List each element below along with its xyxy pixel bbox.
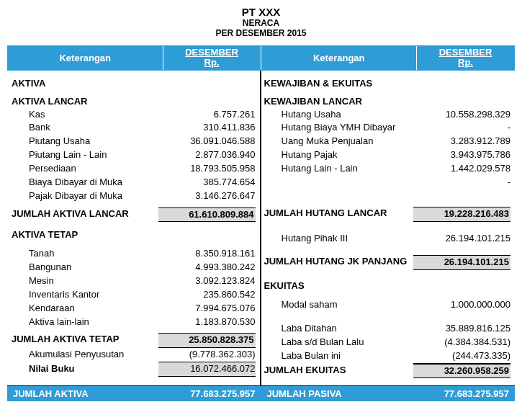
total-hutang-lancar: JUMLAH HUTANG LANCAR 19.228.216.483 (264, 207, 511, 222)
row-inventaris: Inventaris Kantor235.860.542 (12, 288, 256, 302)
header-keterangan-right: Keterangan (262, 46, 418, 70)
header-keterangan-left: Keterangan (8, 46, 163, 70)
report-period: PER DESEMBER 2015 (7, 28, 515, 38)
grand-pasiva: JUMLAH PASIVA 77.683.275.957 (261, 386, 516, 401)
header-period-label: DESEMBER (185, 48, 238, 58)
header-period-label-r: DESEMBER (439, 48, 492, 58)
header-period-right: DESEMBER Rp. (417, 46, 514, 70)
row-kas: Kas6.757.261 (12, 108, 256, 122)
row-persediaan: Persediaan18.793.505.958 (12, 162, 256, 176)
row-hutang-biaya: Hutang Biaya YMH Dibayar- (264, 121, 511, 135)
row-hutang-pihak3: Hutang Pihak III26.194.101.215 (264, 232, 511, 246)
total-ekuitas: JUMLAH EKUITAS 32.260.958.259 (264, 364, 511, 379)
row-hutang-pajak: Hutang Pajak3.943.975.786 (264, 148, 511, 162)
row-nilai-buku: Nilai Buku16.072.466.072 (12, 362, 256, 377)
row-piutang-lain: Piutang Lain - Lain2.877.036.940 (12, 148, 256, 162)
row-piutang-usaha: Piutang Usaha36.091.046.588 (12, 135, 256, 148)
row-blank-dash: - (264, 176, 511, 189)
company-name: PT XXX (7, 6, 515, 18)
title-block: PT XXX NERACA PER DESEMBER 2015 (7, 6, 515, 38)
section-aktiva: AKTIVA (12, 78, 256, 89)
row-tanah: Tanah8.350.918.161 (12, 247, 256, 261)
left-header: Keterangan DESEMBER Rp. (7, 45, 261, 71)
right-body: KEWAJIBAN & EKUITAS KEWAJIBAN LANCAR Hut… (261, 71, 516, 386)
left-column: Keterangan DESEMBER Rp. AKTIVA AKTIVA LA… (7, 45, 261, 385)
header-currency-label: Rp. (204, 58, 220, 68)
row-akumulasi: Akumulasi Penyusutan(9.778.362.303) (12, 348, 256, 362)
report-name: NERACA (7, 18, 515, 28)
heading-aktiva-lancar: AKTIVA LANCAR (12, 96, 256, 107)
row-mesin: Mesin3.092.123.824 (12, 274, 256, 288)
row-laba-ditahan: Laba Ditahan35.889.816.125 (264, 322, 511, 336)
total-hutang-panjang: JUMLAH HUTANG JK PANJANG 26.194.101.215 (264, 255, 511, 270)
header-currency-label-r: Rp. (458, 58, 473, 68)
heading-aktiva-tetap: AKTIVA TETAP (12, 229, 256, 240)
row-uang-muka: Uang Muka Penjualan3.283.912.789 (264, 135, 511, 148)
left-body: AKTIVA AKTIVA LANCAR Kas6.757.261 Bank31… (7, 71, 261, 386)
heading-ekuitas: EKUITAS (264, 280, 511, 291)
row-pajak-dibayar: Pajak Dibayar di Muka3.146.276.647 (12, 189, 256, 203)
row-kendaraan: Kendaraan7.994.675.076 (12, 302, 256, 316)
row-modal-saham: Modal saham1.000.000.000 (264, 298, 511, 312)
grand-aktiva: JUMLAH AKTIVA 77.683.275.957 (7, 386, 261, 401)
balance-sheet: PT XXX NERACA PER DESEMBER 2015 Keterang… (0, 0, 522, 401)
grand-total-row: JUMLAH AKTIVA 77.683.275.957 JUMLAH PASI… (7, 386, 515, 401)
total-aktiva-lancar: JUMLAH AKTIVA LANCAR 61.610.809.884 (12, 207, 256, 223)
row-bangunan: Bangunan4.993.380.242 (12, 261, 256, 274)
row-hutang-lain: Hutang Lain - Lain1.442.029.578 (264, 162, 511, 176)
row-aktiva-lain: Aktiva lain-lain1.183.870.530 (12, 316, 256, 329)
row-laba-ini: Laba Bulan ini(244.473.335) (264, 349, 511, 364)
columns: Keterangan DESEMBER Rp. AKTIVA AKTIVA LA… (7, 45, 515, 386)
row-laba-lalu: Laba s/d Bulan Lalu(4.384.384.531) (264, 336, 511, 349)
right-column: Keterangan DESEMBER Rp. KEWAJIBAN & EKUI… (261, 45, 516, 385)
row-bank: Bank310.411.836 (12, 121, 256, 135)
total-aktiva-tetap: JUMLAH AKTIVA TETAP 25.850.828.375 (12, 333, 256, 348)
right-header: Keterangan DESEMBER Rp. (261, 45, 516, 71)
header-period-left: DESEMBER Rp. (163, 46, 261, 70)
row-hutang-usaha: Hutang Usaha10.558.298.329 (264, 108, 511, 122)
section-kewajiban: KEWAJIBAN & EKUITAS (264, 78, 511, 89)
row-biaya-dibayar: Biaya Dibayar di Muka385.774.654 (12, 176, 256, 189)
heading-kewajiban-lancar: KEWAJIBAN LANCAR (264, 96, 511, 107)
